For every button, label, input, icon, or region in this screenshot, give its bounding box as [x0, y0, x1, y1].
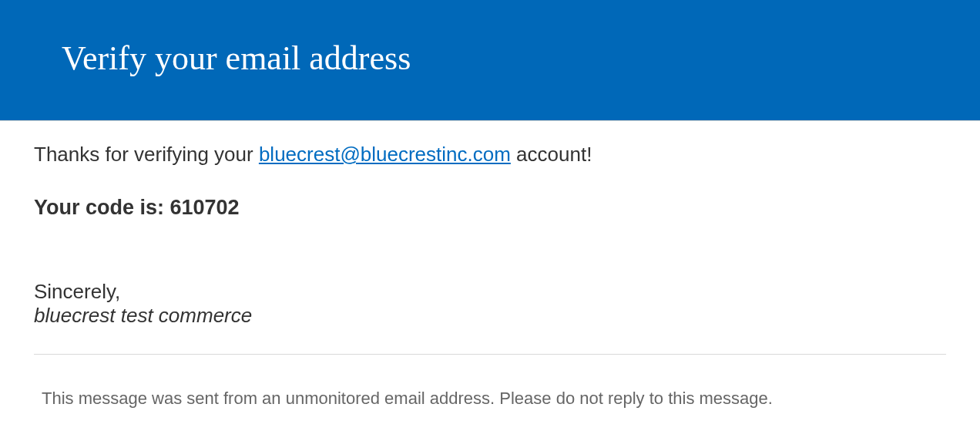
- email-content: Thanks for verifying your bluecrest@blue…: [0, 121, 980, 424]
- thanks-prefix: Thanks for verifying your: [34, 143, 259, 166]
- email-header: Verify your email address: [0, 0, 980, 121]
- code-label: Your code is:: [34, 196, 170, 219]
- thanks-suffix: account!: [511, 143, 592, 166]
- divider: [34, 354, 946, 355]
- code-value: 610702: [170, 196, 240, 219]
- account-email-link[interactable]: bluecrest@bluecrestinc.com: [259, 143, 511, 166]
- email-title: Verify your email address: [62, 39, 918, 78]
- disclaimer-text: This message was sent from an unmonitore…: [34, 389, 946, 409]
- verification-code-line: Your code is: 610702: [34, 196, 946, 220]
- signature-block: Sincerely, bluecrest test commerce: [34, 280, 946, 328]
- thanks-message: Thanks for verifying your bluecrest@blue…: [34, 143, 946, 167]
- sender-name: bluecrest test commerce: [34, 304, 946, 328]
- sincerely-text: Sincerely,: [34, 280, 946, 304]
